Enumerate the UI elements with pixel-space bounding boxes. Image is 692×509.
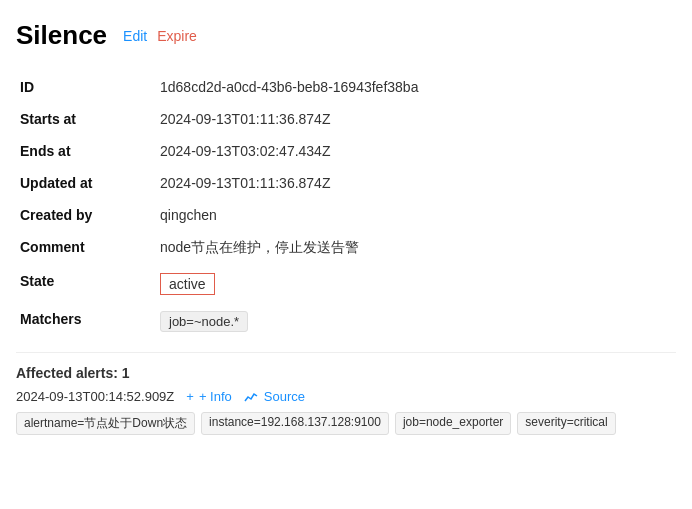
source-link[interactable]: Source — [244, 389, 305, 404]
info-label: + Info — [199, 389, 232, 404]
updated-at-value: 2024-09-13T01:11:36.874Z — [156, 167, 676, 199]
matchers-label: Matchers — [16, 303, 156, 340]
starts-at-value: 2024-09-13T01:11:36.874Z — [156, 103, 676, 135]
ends-at-label: Ends at — [16, 135, 156, 167]
alert-row: 2024-09-13T00:14:52.909Z + + Info Source — [16, 389, 676, 404]
divider — [16, 352, 676, 353]
updated-at-label: Updated at — [16, 167, 156, 199]
starts-at-label: Starts at — [16, 103, 156, 135]
page-header: Silence Edit Expire — [16, 20, 676, 51]
id-label: ID — [16, 71, 156, 103]
alert-tag: job=node_exporter — [395, 412, 511, 435]
page-title: Silence — [16, 20, 107, 51]
comment-value: node节点在维护，停止发送告警 — [156, 231, 676, 265]
chart-icon — [244, 391, 258, 403]
info-link[interactable]: + + Info — [186, 389, 231, 404]
alert-timestamp: 2024-09-13T00:14:52.909Z — [16, 389, 174, 404]
comment-label: Comment — [16, 231, 156, 265]
matchers-row: Matchers job=~node.* — [16, 303, 676, 340]
created-by-row: Created by qingchen — [16, 199, 676, 231]
starts-at-row: Starts at 2024-09-13T01:11:36.874Z — [16, 103, 676, 135]
details-table: ID 1d68cd2d-a0cd-43b6-beb8-16943fef38ba … — [16, 71, 676, 340]
matchers-value-cell: job=~node.* — [156, 303, 676, 340]
updated-at-row: Updated at 2024-09-13T01:11:36.874Z — [16, 167, 676, 199]
expire-link[interactable]: Expire — [157, 28, 197, 44]
alert-tag: alertname=节点处于Down状态 — [16, 412, 195, 435]
alert-tags: alertname=节点处于Down状态instance=192.168.137… — [16, 412, 676, 435]
source-label: Source — [264, 389, 305, 404]
id-row: ID 1d68cd2d-a0cd-43b6-beb8-16943fef38ba — [16, 71, 676, 103]
state-value-cell: active — [156, 265, 676, 303]
ends-at-row: Ends at 2024-09-13T03:02:47.434Z — [16, 135, 676, 167]
id-value: 1d68cd2d-a0cd-43b6-beb8-16943fef38ba — [156, 71, 676, 103]
state-row: State active — [16, 265, 676, 303]
affected-alerts-title: Affected alerts: 1 — [16, 365, 676, 381]
header-actions: Edit Expire — [123, 28, 197, 44]
alert-tag: instance=192.168.137.128:9100 — [201, 412, 389, 435]
created-by-value: qingchen — [156, 199, 676, 231]
state-label: State — [16, 265, 156, 303]
comment-row: Comment node节点在维护，停止发送告警 — [16, 231, 676, 265]
created-by-label: Created by — [16, 199, 156, 231]
matcher-tag: job=~node.* — [160, 311, 248, 332]
alert-tag: severity=critical — [517, 412, 615, 435]
ends-at-value: 2024-09-13T03:02:47.434Z — [156, 135, 676, 167]
edit-link[interactable]: Edit — [123, 28, 147, 44]
plus-icon: + — [186, 389, 194, 404]
state-badge: active — [160, 273, 215, 295]
